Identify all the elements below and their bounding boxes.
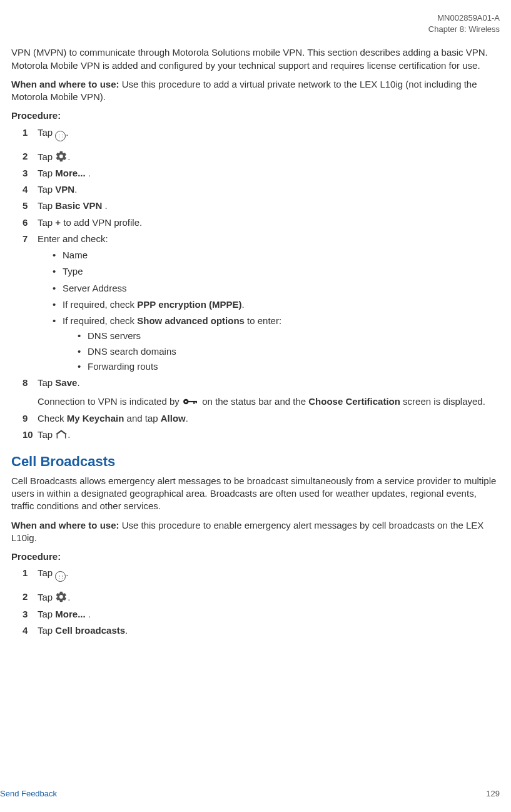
step-9: 9 Check My Keychain and tap Allow. [23, 412, 500, 425]
step-7: 7 Enter and check: Name Type Server Addr… [23, 233, 500, 373]
procedure-label-2: Procedure: [11, 551, 500, 563]
home-icon [55, 429, 68, 439]
settings-icon [55, 591, 68, 603]
svg-rect-3 [193, 401, 195, 404]
page-number: 129 [486, 788, 500, 799]
step-2: 2 Tap . [23, 150, 500, 163]
apps-icon [55, 131, 66, 141]
procedure-steps-2: 1 Tap . 2 Tap . 3 Tap More... . 4 Tap Ce… [23, 567, 500, 637]
svg-rect-2 [188, 401, 197, 402]
bullet-dns-servers: DNS servers [75, 330, 500, 342]
send-feedback-link[interactable]: Send Feedback [0, 789, 57, 798]
apps-icon [55, 571, 66, 582]
advanced-bullets: DNS servers DNS search domains Forwardin… [75, 330, 500, 373]
cell-broadcasts-when-where: When and where to use: Use this procedur… [11, 519, 500, 545]
bullet-server: Server Address [50, 282, 500, 295]
step-1: 1 Tap . [23, 126, 500, 141]
procedure-label: Procedure: [11, 109, 500, 122]
bullet-forwarding: Forwarding routs [75, 360, 500, 373]
bullet-ppp: If required, check PPP encryption (MPPE)… [50, 298, 500, 311]
step-3: 3 Tap More... . [23, 167, 500, 180]
when-where-label: When and where to use: [11, 79, 119, 89]
bullet-name: Name [50, 249, 500, 261]
cb-step-4: 4 Tap Cell broadcasts. [23, 624, 500, 637]
key-icon [182, 397, 200, 405]
bullet-type: Type [50, 265, 500, 278]
step-5: 5 Tap Basic VPN . [23, 200, 500, 212]
step-7-bullets: Name Type Server Address If required, ch… [50, 249, 500, 373]
cb-step-1: 1 Tap . [23, 567, 500, 582]
cb-step-3: 3 Tap More... . [23, 608, 500, 621]
cb-step-2: 2 Tap . [23, 591, 500, 604]
bullet-dns-domains: DNS search domains [75, 345, 500, 358]
settings-icon [55, 150, 68, 163]
step-8-sub: Connection to VPN is indicated by on the… [38, 395, 500, 408]
intro-paragraph: VPN (MVPN) to communicate through Motoro… [11, 46, 500, 72]
svg-rect-4 [196, 401, 197, 403]
step-6: 6 Tap + to add VPN profile. [23, 216, 500, 229]
chapter-label: Chapter 8: Wireless [11, 24, 500, 35]
section-title-cell-broadcasts: Cell Broadcasts [11, 452, 500, 471]
step-10: 10 Tap . [23, 429, 500, 441]
bullet-advanced: If required, check Show advanced options… [50, 315, 500, 373]
procedure-steps: 1 Tap . 2 Tap . 3 Tap More... . 4 Tap VP… [23, 126, 500, 442]
svg-point-1 [185, 401, 187, 403]
page-header: MN002859A01-A Chapter 8: Wireless [11, 13, 500, 35]
cell-broadcasts-intro: Cell Broadcasts allows emergency alert m… [11, 475, 500, 513]
doc-id: MN002859A01-A [11, 13, 500, 24]
when-where: When and where to use: Use this procedur… [11, 78, 500, 104]
step-8: 8 Tap Save. Connection to VPN is indicat… [23, 377, 500, 409]
page-footer: Send Feedback 129 [0, 788, 500, 799]
step-4: 4 Tap VPN. [23, 183, 500, 196]
